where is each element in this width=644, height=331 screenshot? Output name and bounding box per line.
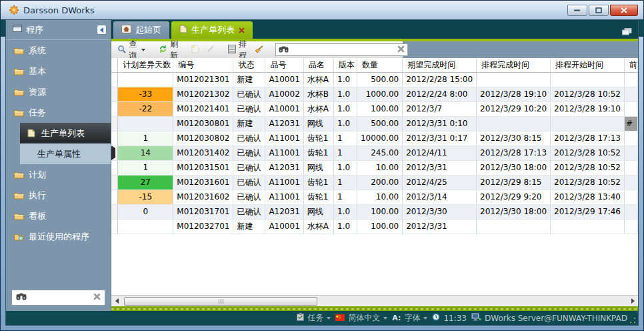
- grid-cell-qty[interactable]: 500.00: [357, 116, 402, 131]
- grid-cell-extra[interactable]: [624, 160, 637, 175]
- grid-cell-sched_finish[interactable]: 2012/3/28 19:10: [477, 87, 551, 101]
- grid-cell-sched_finish[interactable]: 2012/3/28 17:13: [477, 145, 551, 160]
- maximize-button[interactable]: [589, 5, 609, 16]
- grid-cell-status[interactable]: 已确认: [233, 87, 265, 101]
- grid-cell-item_name[interactable]: 水杯A: [303, 101, 333, 116]
- grid-cell-diff[interactable]: -33: [118, 87, 173, 101]
- grid-cell-sched_finish[interactable]: 2012/3/30 18:00: [477, 160, 551, 175]
- grid-cell-item_name[interactable]: 水杯B: [303, 87, 333, 101]
- grid-cell-status[interactable]: 已确认: [233, 190, 265, 204]
- table-row[interactable]: 0M012031701已确认A12031网线1.0100.002012/3/30…: [111, 204, 638, 219]
- sidebar-item-7[interactable]: 执行: [6, 185, 111, 206]
- row-selector-cell[interactable]: [111, 101, 118, 116]
- grid-cell-extra[interactable]: [624, 87, 637, 101]
- new-order-button[interactable]: [189, 43, 202, 57]
- grid-cell-item_name[interactable]: 齿轮1: [303, 145, 333, 160]
- grid-cell-item_name[interactable]: 网线: [303, 160, 333, 175]
- grid-cell-code[interactable]: M012030802: [173, 131, 233, 145]
- grid-cell-diff[interactable]: 1: [118, 160, 173, 175]
- grid-cell-sched_finish[interactable]: [477, 72, 551, 87]
- grid-cell-item_name[interactable]: 网线: [303, 204, 333, 219]
- grid-cell-item_name[interactable]: 水杯A: [303, 219, 333, 234]
- grid-cell-qty[interactable]: 100.00: [357, 204, 402, 219]
- table-row[interactable]: 27M012031601已确认A11001齿轮11200.002012/4/25…: [111, 175, 638, 190]
- sidebar-item-0[interactable]: 系统: [6, 40, 111, 61]
- grid-cell-diff[interactable]: [118, 72, 173, 87]
- grid-cell-status[interactable]: 新建: [233, 219, 265, 234]
- edit-button[interactable]: [204, 43, 217, 56]
- grid-cell-item_no[interactable]: A10002: [265, 87, 303, 101]
- grid-cell-code[interactable]: M012031602: [173, 190, 233, 204]
- grid-cell-version[interactable]: 1.0: [334, 160, 357, 175]
- grid-cell-version[interactable]: 1.0: [334, 87, 357, 101]
- grid-cell-sched_finish[interactable]: [477, 219, 551, 234]
- grid-cell-qty[interactable]: 100.00: [357, 101, 402, 116]
- grid-cell-version[interactable]: 1.0: [334, 72, 357, 87]
- grid-cell-sched_start[interactable]: 2012/3/28 10:52: [551, 87, 625, 101]
- grid-cell-sched_start[interactable]: [551, 116, 625, 131]
- grid-cell-diff[interactable]: -15: [118, 190, 173, 204]
- grid-cell-expect_finish[interactable]: 2012/3/31: [403, 219, 477, 234]
- grid-cell-status[interactable]: 已确认: [233, 101, 265, 116]
- column-header-status[interactable]: 状态: [233, 58, 265, 72]
- grid-cell-sched_start[interactable]: 2012/3/28 19:10: [551, 101, 625, 116]
- table-row[interactable]: -22M012021401已确认A10001水杯A1.0100.002012/3…: [111, 101, 638, 116]
- row-selector-cell[interactable]: [111, 72, 118, 87]
- sidebar-item-3[interactable]: 任务: [6, 102, 111, 123]
- row-selector-cell[interactable]: [111, 175, 118, 190]
- column-header-version[interactable]: 版本: [334, 58, 357, 72]
- sidebar-item-4[interactable]: 生产单列表: [20, 123, 111, 143]
- grid-cell-sched_finish[interactable]: 2012/3/30 18:00: [477, 204, 551, 219]
- grid-cell-extra[interactable]: [624, 204, 637, 219]
- column-header-sched_finish[interactable]: 排程完成时间: [477, 58, 551, 72]
- horizontal-scrollbar[interactable]: [111, 295, 638, 306]
- sidebar-item-8[interactable]: 看板: [6, 206, 111, 226]
- grid-cell-item_no[interactable]: A11001: [265, 190, 303, 204]
- column-header-sched_start[interactable]: 排程开始时间: [551, 58, 625, 72]
- clean-button[interactable]: [251, 43, 266, 57]
- grid-cell-item_no[interactable]: A11001: [265, 131, 303, 145]
- grid-cell-sched_finish[interactable]: [477, 116, 551, 131]
- grid-cell-version[interactable]: 1: [334, 175, 357, 190]
- grid-cell-status[interactable]: 已确认: [233, 204, 265, 219]
- grid-cell-qty[interactable]: 10.00: [357, 190, 402, 204]
- grid-cell-extra[interactable]: [624, 72, 637, 87]
- grid-cell-code[interactable]: M012021401: [173, 101, 233, 116]
- table-row[interactable]: -33M012021302已确认A10002水杯B1.01000.002012/…: [111, 87, 638, 101]
- grid-cell-qty[interactable]: 100.00: [357, 219, 402, 234]
- grid-cell-item_no[interactable]: A10001: [265, 72, 303, 87]
- grid-cell-code[interactable]: M012031701: [173, 204, 233, 219]
- grid-cell-item_name[interactable]: 齿轮1: [303, 131, 333, 145]
- grid-cell-extra[interactable]: [624, 131, 637, 145]
- grid-cell-item_no[interactable]: A12031: [265, 116, 303, 131]
- grid-cell-expect_finish[interactable]: 2012/4/11: [403, 145, 477, 160]
- scroll-left-icon[interactable]: [111, 296, 122, 306]
- row-selector-cell[interactable]: [111, 87, 118, 101]
- grid-cell-code[interactable]: M012021302: [173, 87, 233, 101]
- grid-cell-item_no[interactable]: A10001: [265, 219, 303, 234]
- grid-cell-sched_finish[interactable]: 2012/3/29 10:20: [477, 101, 551, 116]
- table-row[interactable]: 1M012030802已确认A11001齿轮1110000.002012/3/3…: [111, 131, 638, 145]
- grid-cell-sched_start[interactable]: 2012/3/28 10:52: [551, 175, 625, 190]
- grid-cell-extra[interactable]: [624, 190, 637, 204]
- tab-0[interactable]: 起始页: [113, 21, 169, 39]
- sidebar-collapse-button[interactable]: [97, 25, 107, 35]
- grid-cell-status[interactable]: 已确认: [233, 160, 265, 175]
- grid-cell-version[interactable]: 1.0: [334, 116, 357, 131]
- sidebar-item-5[interactable]: 生产单属性: [20, 143, 111, 164]
- grid-cell-item_no[interactable]: A11001: [265, 145, 303, 160]
- table-row[interactable]: 14M012031402已确认A11001齿轮11245.002012/4/11…: [111, 145, 638, 160]
- grid-cell-item_name[interactable]: 网线: [303, 116, 333, 131]
- tab-close-icon[interactable]: [239, 25, 245, 35]
- grid-cell-version[interactable]: 1: [334, 145, 357, 160]
- grid-cell-item_no[interactable]: A10001: [265, 101, 303, 116]
- grid-cell-version[interactable]: 1.0: [334, 204, 357, 219]
- grid-cell-expect_finish[interactable]: 2012/2/28 15:00: [403, 72, 477, 87]
- table-row[interactable]: M012021301新建A10001水杯A1.0500.002012/2/28 …: [111, 72, 638, 87]
- grid-cell-code[interactable]: M012030801: [173, 116, 233, 131]
- grid-cell-sched_start[interactable]: [551, 72, 625, 87]
- column-header-qty[interactable]: 数量: [357, 58, 402, 72]
- row-selector-cell[interactable]: [111, 131, 118, 145]
- column-header-code[interactable]: 编号: [173, 58, 233, 72]
- sidebar-item-1[interactable]: 基本: [6, 61, 111, 81]
